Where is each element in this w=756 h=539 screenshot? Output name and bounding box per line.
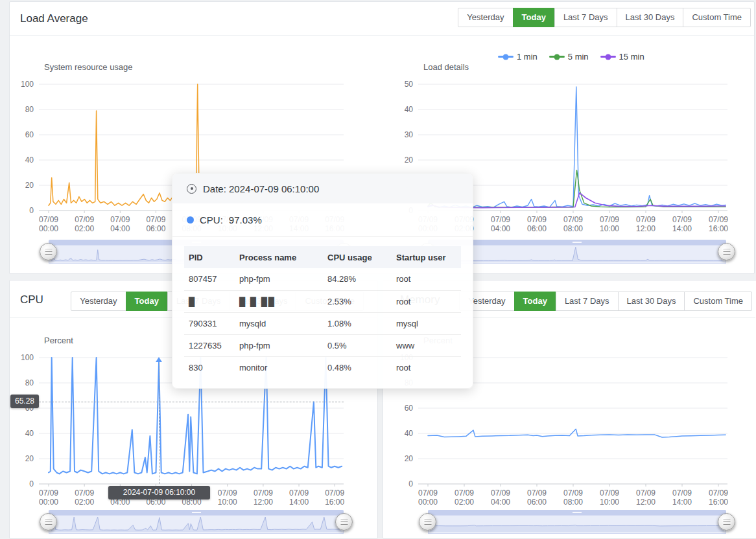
process-table-row: 790331mysqld1.08%mysql: [184, 312, 461, 334]
datazoom-handle-right[interactable]: [335, 513, 353, 531]
time-filter-custom-time[interactable]: Custom Time: [683, 8, 751, 27]
svg-text:07/09: 07/09: [600, 215, 619, 224]
svg-text:06:00: 06:00: [527, 498, 547, 507]
datazoom-handle-left[interactable]: [40, 243, 57, 260]
process-pid: 807457: [184, 268, 235, 290]
svg-text:20: 20: [405, 454, 414, 463]
svg-text:80: 80: [25, 105, 34, 114]
process-table-col-process-name: Process name: [235, 246, 323, 268]
datazoom-move-bar[interactable]: [428, 510, 726, 515]
svg-text:12:00: 12:00: [636, 224, 656, 233]
svg-text:00:00: 00:00: [39, 498, 58, 507]
svg-text:12:00: 12:00: [636, 498, 656, 507]
datazoom-handle-left[interactable]: [40, 513, 57, 531]
legend-item-1-min[interactable]: 1 min: [498, 52, 537, 62]
time-filter-yesterday[interactable]: Yesterday: [458, 8, 513, 27]
svg-text:07/09: 07/09: [455, 488, 474, 498]
svg-text:14:00: 14:00: [289, 498, 309, 507]
time-filter-yesterday[interactable]: Yesterday: [71, 292, 126, 311]
svg-text:00:00: 00:00: [39, 224, 58, 233]
chart-title: System resource usage: [44, 62, 348, 76]
datazoom-handle-right[interactable]: [718, 243, 735, 260]
tooltip-date-text: Date: 2024-07-09 06:10:00: [203, 183, 319, 194]
svg-text:07/09: 07/09: [563, 215, 583, 224]
chart-title: Load details: [423, 62, 731, 76]
time-filter-last-30-days[interactable]: Last 30 Days: [618, 292, 685, 311]
y-axis-pointer-badge: 65.28: [10, 395, 39, 408]
datazoom-preview[interactable]: [49, 515, 344, 534]
svg-text:02:00: 02:00: [75, 224, 94, 233]
svg-text:07/09: 07/09: [146, 215, 165, 224]
svg-text:10:00: 10:00: [218, 498, 237, 507]
process-table-col-startup-user: Startup user: [392, 246, 461, 268]
svg-text:80: 80: [25, 378, 34, 387]
svg-text:07/09: 07/09: [672, 488, 692, 498]
svg-text:20: 20: [25, 454, 34, 463]
process-pid: 1227635: [184, 334, 235, 356]
cpu-datazoom[interactable]: [49, 510, 344, 534]
series-dot-icon: [187, 216, 194, 224]
time-filter-today[interactable]: Today: [514, 292, 556, 311]
legend-item-15-min[interactable]: 15 min: [600, 52, 644, 62]
load-average-time-filter: YesterdayTodayLast 7 DaysLast 30 DaysCus…: [458, 8, 751, 27]
time-filter-today[interactable]: Today: [513, 8, 555, 27]
svg-text:07/09: 07/09: [491, 215, 510, 224]
datazoom-move-bar[interactable]: [49, 510, 344, 515]
process-table-row: 807457php-fpm84.28%root: [184, 268, 461, 290]
svg-text:0: 0: [408, 479, 413, 488]
svg-text:20: 20: [405, 155, 414, 165]
highlighted-point-marker: [156, 357, 162, 362]
svg-text:12:00: 12:00: [254, 498, 273, 507]
datazoom-preview[interactable]: [428, 515, 726, 534]
datazoom-handle-right[interactable]: [718, 513, 735, 531]
svg-text:50: 50: [405, 80, 414, 89]
process-name: mysqld: [235, 312, 323, 334]
crosshair-vertical-line: [159, 358, 159, 484]
process-name: php-fpm: [235, 268, 323, 290]
svg-text:07/09: 07/09: [75, 488, 94, 498]
svg-text:07/09: 07/09: [527, 215, 547, 224]
svg-text:07/09: 07/09: [218, 488, 237, 498]
svg-text:02:00: 02:00: [75, 498, 94, 507]
process-startup-user: mysql: [392, 312, 461, 334]
svg-text:07/09: 07/09: [75, 215, 94, 224]
legend-item-5-min[interactable]: 5 min: [549, 52, 589, 62]
svg-text:07/09: 07/09: [39, 488, 58, 498]
svg-text:40: 40: [25, 429, 34, 438]
tooltip-date-row: Date: 2024-07-09 06:10:00: [172, 174, 473, 203]
process-table-col-cpu-usage: CPU usage: [323, 246, 392, 268]
time-filter-last-7-days[interactable]: Last 7 Days: [556, 292, 619, 311]
load-details-legend: 1 min5 min15 min: [498, 52, 644, 62]
svg-text:07/09: 07/09: [527, 488, 547, 498]
process-pid: 830: [184, 356, 235, 378]
time-filter-today[interactable]: Today: [126, 292, 168, 311]
svg-text:07/09: 07/09: [636, 215, 656, 224]
svg-text:04:00: 04:00: [491, 498, 510, 507]
svg-text:100: 100: [21, 80, 34, 89]
svg-text:16:00: 16:00: [709, 224, 728, 233]
svg-text:60: 60: [25, 130, 34, 139]
svg-text:07/09: 07/09: [289, 488, 309, 498]
svg-text:10:00: 10:00: [600, 498, 619, 507]
memory-datazoom[interactable]: [428, 510, 726, 534]
tooltip-series-row: CPU: 97.03%: [172, 203, 473, 237]
process-startup-user: root: [392, 290, 461, 312]
process-table: PIDProcess nameCPU usageStartup user 807…: [184, 246, 461, 378]
process-table-row: ██ █ ██2.53%root: [184, 290, 461, 312]
svg-text:06:00: 06:00: [527, 224, 547, 233]
memory-time-filter: YesterdayTodayLast 7 DaysLast 30 DaysCus…: [459, 292, 752, 311]
process-table-row: 830monitor0.48%root: [184, 356, 461, 378]
process-startup-user: root: [392, 268, 461, 290]
svg-text:07/09: 07/09: [491, 488, 510, 498]
svg-text:04:00: 04:00: [491, 224, 510, 233]
svg-text:60: 60: [405, 404, 414, 413]
time-filter-last-30-days[interactable]: Last 30 Days: [617, 8, 684, 27]
svg-text:07/09: 07/09: [563, 488, 583, 498]
svg-text:07/09: 07/09: [709, 215, 728, 224]
cpu-title: CPU: [20, 293, 43, 306]
legend-label: 5 min: [568, 52, 589, 62]
time-filter-last-7-days[interactable]: Last 7 Days: [554, 8, 617, 27]
datazoom-handle-left[interactable]: [419, 513, 436, 531]
process-pid: █: [184, 290, 235, 312]
time-filter-custom-time[interactable]: Custom Time: [684, 292, 752, 311]
